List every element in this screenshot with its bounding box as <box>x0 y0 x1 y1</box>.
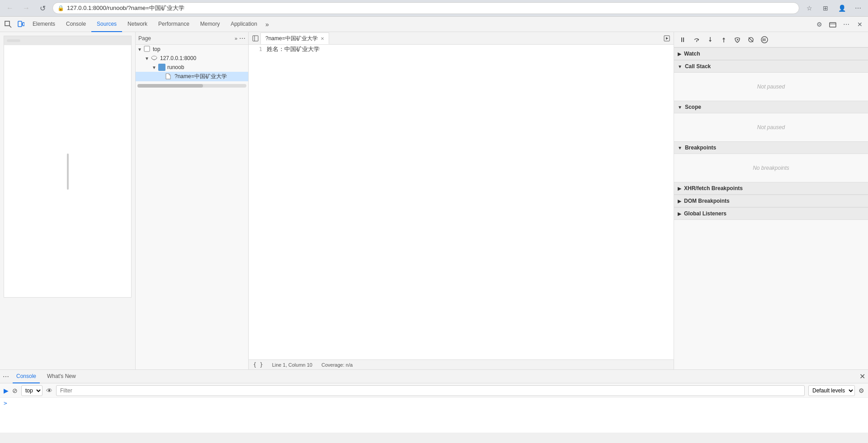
browser-preview-panel <box>0 32 136 369</box>
eye-button[interactable]: 👁 <box>46 387 52 394</box>
browser-nav-bar: ← → ↺ 🔒 127.0.0.1:8000/runoob/?name=中国矿业… <box>0 0 868 16</box>
forward-button[interactable]: → <box>20 2 33 14</box>
profile-button[interactable]: 👤 <box>835 2 848 14</box>
scope-section-header[interactable]: ▼ Scope <box>674 101 868 113</box>
preview-header <box>4 36 131 45</box>
console-tab-whats-new[interactable]: What's New <box>43 370 80 383</box>
tab-performance[interactable]: Performance <box>153 17 195 32</box>
more-sources-button[interactable]: » <box>235 36 237 41</box>
svg-line-1 <box>9 26 11 28</box>
device-toolbar-button[interactable] <box>14 18 27 31</box>
watch-label: Watch <box>684 51 700 57</box>
xhr-arrow: ▶ <box>678 186 681 191</box>
xhr-breakpoints-label: XHR/fetch Breakpoints <box>684 185 743 191</box>
tree-options-button[interactable]: ⋯ <box>239 35 245 42</box>
breakpoints-arrow: ▼ <box>678 145 682 150</box>
tree-item-top[interactable]: ▼ top <box>136 45 248 54</box>
more-options-button[interactable]: ⋯ <box>840 18 853 31</box>
line-number-1: 1 <box>249 45 267 54</box>
filter-input[interactable] <box>56 385 805 396</box>
tab-console[interactable]: Console <box>61 17 91 32</box>
format-button[interactable]: { } <box>253 362 263 368</box>
tree-item-file[interactable]: ▶ ?name=中国矿业大学 <box>136 72 248 81</box>
console-panel: ⋯ Console What's New ✕ ▶ ⊘ top 👁 Default… <box>0 369 868 433</box>
file-tree-panel: Page » ⋯ ▼ top ▼ 127.0.0. <box>136 32 249 369</box>
inspect-element-button[interactable] <box>2 18 14 31</box>
scrollbar-h[interactable] <box>137 84 246 88</box>
tab-sources[interactable]: Sources <box>91 17 122 32</box>
global-listeners-label: Global Listeners <box>684 210 726 217</box>
call-stack-section-header[interactable]: ▼ Call Stack <box>674 60 868 73</box>
devtools-panel: Elements Console Sources Network Perform… <box>0 17 868 433</box>
file-tree-scrollbar[interactable] <box>136 81 248 90</box>
tree-arrow-server: ▼ <box>145 56 151 61</box>
block-script-button[interactable]: ⊘ <box>12 387 18 394</box>
svg-marker-14 <box>666 37 668 40</box>
resume-button[interactable] <box>677 33 689 46</box>
context-selector[interactable]: top <box>21 385 42 396</box>
cursor-position: Line 1, Column 10 <box>272 362 312 368</box>
svg-rect-10 <box>159 64 161 66</box>
editor-content[interactable]: 1 姓名：中国矿业大学 <box>249 45 674 359</box>
more-button[interactable]: ⋯ <box>852 2 864 14</box>
tab-application[interactable]: Application <box>225 17 263 32</box>
deactivate-breakpoints-button[interactable] <box>745 33 757 46</box>
tab-elements[interactable]: Elements <box>27 17 61 32</box>
editor-tab-label: ?name=中国矿业大学 <box>265 35 318 42</box>
breakpoints-section-header[interactable]: ▼ Breakpoints <box>674 141 868 154</box>
editor-tab-active[interactable]: ?name=中国矿业大学 ✕ <box>260 33 329 44</box>
tab-memory[interactable]: Memory <box>195 17 225 32</box>
run-snippet-button[interactable] <box>662 33 672 43</box>
pause-on-exception-button[interactable] <box>758 33 771 46</box>
tab-network[interactable]: Network <box>122 17 153 32</box>
dom-breakpoints-label: DOM Breakpoints <box>684 198 730 204</box>
tree-item-runoob[interactable]: ▼ runoob <box>136 63 248 72</box>
settings-button[interactable]: ⚙ <box>813 18 826 31</box>
global-listeners-arrow: ▶ <box>678 211 681 216</box>
svg-rect-5 <box>830 23 836 27</box>
scope-label: Scope <box>685 104 701 110</box>
global-listeners-section-header[interactable]: ▶ Global Listeners <box>674 207 868 220</box>
editor-panel: ?name=中国矿业大学 ✕ 1 姓名：中国矿业大学 <box>249 32 674 369</box>
tree-label-server: 127.0.0.1:8000 <box>160 55 196 61</box>
address-bar[interactable]: 🔒 127.0.0.1:8000/runoob/?name=中国矿业大学 <box>52 2 799 14</box>
breakpoints-content: No breakpoints <box>674 154 868 182</box>
tree-item-server[interactable]: ▼ 127.0.0.1:8000 <box>136 54 248 63</box>
lock-icon: 🔒 <box>57 5 64 11</box>
close-devtools-button[interactable]: ✕ <box>854 18 866 31</box>
xhr-breakpoints-section-header[interactable]: ▶ XHR/fetch Breakpoints <box>674 182 868 195</box>
hide-sidebar-button[interactable] <box>250 33 260 43</box>
console-toolbar: ⋯ Console What's New ✕ <box>0 370 868 383</box>
console-tab-console[interactable]: Console <box>13 370 40 383</box>
breakpoints-label: Breakpoints <box>685 145 716 151</box>
tree-label-top: top <box>153 46 160 52</box>
console-prompt[interactable]: > <box>4 400 864 406</box>
run-script-button[interactable]: ▶ <box>4 387 9 394</box>
step-out-button[interactable] <box>717 33 730 46</box>
watch-section-header[interactable]: ▶ Watch <box>674 47 868 60</box>
console-input-bar: ▶ ⊘ top 👁 Default levels ⚙ <box>0 383 868 398</box>
more-tabs-button[interactable]: » <box>263 21 272 28</box>
devtools-body: Page » ⋯ ▼ top ▼ 127.0.0. <box>0 32 868 369</box>
editor-tab-close[interactable]: ✕ <box>321 36 324 41</box>
svg-rect-0 <box>5 21 9 26</box>
console-settings-button[interactable]: ⚙ <box>859 387 864 394</box>
dock-button[interactable] <box>826 18 839 31</box>
call-stack-content: Not paused <box>674 73 868 101</box>
step-into-button[interactable] <box>704 33 717 46</box>
watch-arrow: ▶ <box>678 51 681 56</box>
step-button[interactable] <box>731 33 744 46</box>
step-over-button[interactable] <box>690 33 703 46</box>
back-button[interactable]: ← <box>4 2 16 14</box>
extension-button[interactable]: ⊞ <box>819 2 832 14</box>
close-console-button[interactable]: ✕ <box>859 372 865 381</box>
preview-divider <box>67 154 69 190</box>
reload-button[interactable]: ↺ <box>36 2 49 14</box>
debugger-panel: ▶ Watch ▼ Call Stack Not paused ▼ Scope <box>674 32 868 369</box>
bookmark-button[interactable]: ☆ <box>803 2 816 14</box>
file-tree-toolbar: Page » ⋯ <box>136 32 248 45</box>
code-line-1: 1 姓名：中国矿业大学 <box>249 45 674 54</box>
console-more-button[interactable]: ⋯ <box>3 373 9 380</box>
dom-breakpoints-section-header[interactable]: ▶ DOM Breakpoints <box>674 195 868 207</box>
level-selector[interactable]: Default levels <box>808 385 855 396</box>
